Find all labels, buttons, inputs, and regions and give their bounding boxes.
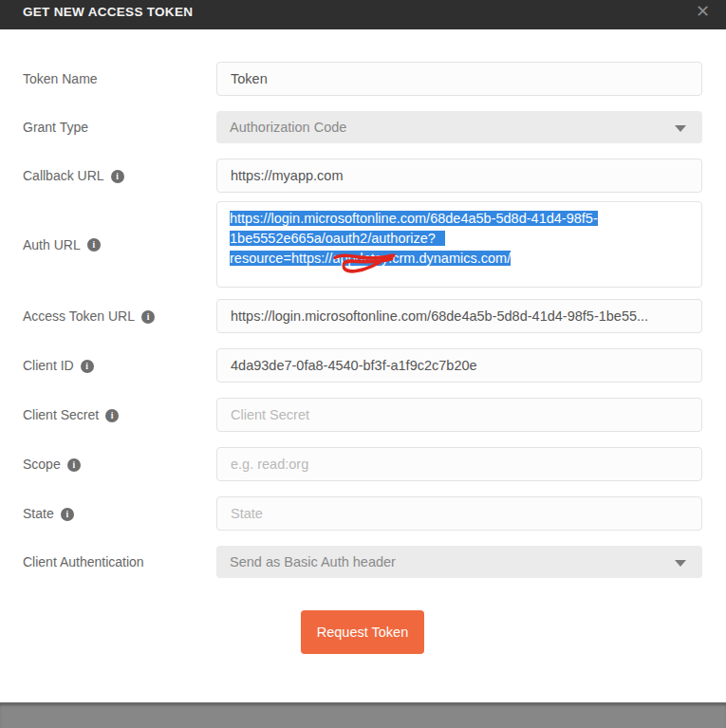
grant-type-value: Authorization Code [230, 120, 346, 135]
scope-label: Scope i [23, 457, 81, 472]
info-icon[interactable]: i [81, 360, 94, 373]
info-icon[interactable]: i [67, 458, 81, 472]
chevron-down-icon [675, 125, 686, 132]
state-label: State i [23, 506, 74, 521]
info-icon[interactable]: i [111, 170, 124, 183]
client-secret-label: Client Secret i [23, 407, 119, 422]
scope-row: Scope i [0, 447, 726, 481]
token-name-input[interactable] [216, 62, 702, 96]
client-authentication-row: Client Authentication Send as Basic Auth… [0, 546, 726, 578]
info-icon[interactable]: i [141, 310, 155, 324]
state-input[interactable] [216, 496, 702, 531]
callback-url-row: Callback URL i [0, 159, 726, 193]
request-token-button[interactable]: Request Token [301, 610, 424, 654]
access-token-url-input[interactable] [216, 299, 702, 333]
background-overlay-strip [0, 702, 726, 728]
client-authentication-select[interactable]: Send as Basic Auth header [216, 546, 702, 578]
state-row: State i [0, 496, 726, 531]
grant-type-label: Grant Type [23, 120, 88, 135]
client-secret-input[interactable] [216, 398, 702, 432]
client-id-row: Client ID i [0, 348, 726, 383]
info-icon[interactable]: i [105, 409, 119, 422]
close-icon[interactable]: ✕ [692, 0, 714, 24]
auth-url-textarea[interactable]: https://login.microsoftonline.com/68de4a… [216, 201, 702, 288]
access-token-url-label: Access Token URL i [23, 308, 155, 324]
auth-url-row: Auth URL i https://login.microsoftonline… [0, 201, 726, 288]
client-id-label: Client ID i [23, 358, 94, 373]
grant-type-row: Grant Type Authorization Code [0, 111, 726, 143]
chevron-down-icon [675, 560, 686, 567]
grant-type-select[interactable]: Authorization Code [216, 111, 702, 143]
callback-url-label: Callback URL i [23, 168, 124, 183]
token-name-label: Token Name [23, 71, 98, 86]
auth-url-line1: https://login.microsoftonline.com/68de4a… [230, 211, 598, 226]
info-icon[interactable]: i [87, 238, 101, 252]
token-name-row: Token Name [0, 62, 726, 96]
client-id-input[interactable] [216, 348, 702, 383]
client-authentication-value: Send as Basic Auth header [230, 554, 396, 569]
scope-input[interactable] [216, 447, 702, 481]
client-secret-row: Client Secret i [0, 398, 726, 432]
info-icon[interactable]: i [61, 508, 74, 521]
callback-url-input[interactable] [216, 159, 702, 193]
client-authentication-label: Client Authentication [23, 554, 144, 569]
modal-title: GET NEW ACCESS TOKEN [0, 5, 193, 25]
auth-url-line3-redacted: ppdatsy [340, 251, 388, 266]
auth-url-label: Auth URL i [23, 237, 101, 252]
auth-url-line3-prefix: resource=https://a [230, 251, 340, 266]
modal-header: GET NEW ACCESS TOKEN ✕ [0, 0, 726, 29]
access-token-url-row: Access Token URL i [0, 299, 726, 333]
auth-url-line2: 1be5552e665a/oauth2/authorize? [230, 231, 445, 246]
auth-url-line3-suffix: .crm.dynamics.com/ [388, 251, 511, 266]
